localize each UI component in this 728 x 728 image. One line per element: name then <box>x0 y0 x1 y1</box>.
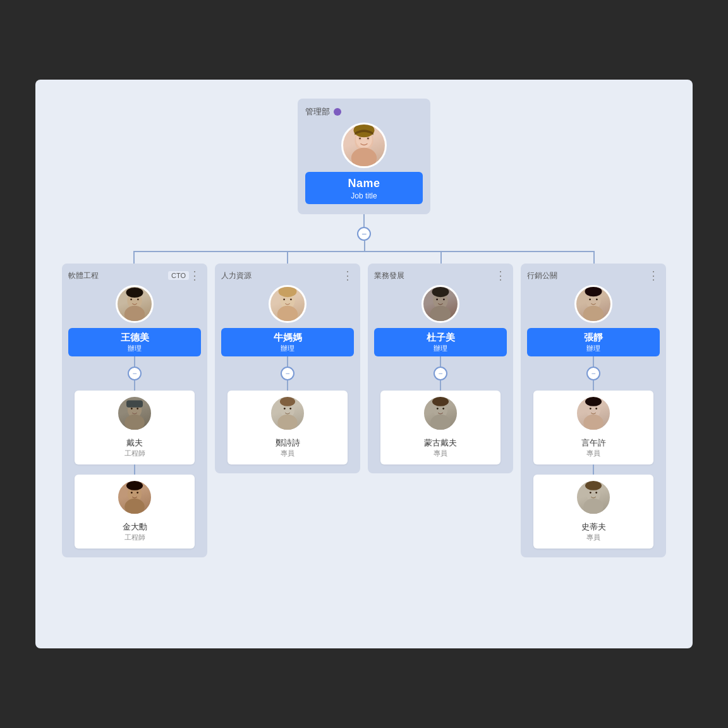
collapse-btn-pr[interactable]: − <box>586 367 600 380</box>
avatar-meng <box>423 396 458 431</box>
svg-point-26 <box>290 298 292 300</box>
drop-line-2 <box>287 251 288 264</box>
svg-point-31 <box>289 408 291 410</box>
avatar-dai <box>117 396 152 431</box>
root-down-vline <box>363 214 365 227</box>
svg-point-9 <box>124 306 145 321</box>
mgr-title-du: 辦理 <box>377 344 504 353</box>
mgr-name-du: 杜子美 <box>377 332 504 344</box>
dept-card-pr: 行銷公關 ⋮ 張靜 辦理 <box>521 264 666 557</box>
dept-header-bizdev: 業務發展 ⋮ <box>374 270 507 281</box>
dept-menu-pr[interactable]: ⋮ <box>648 270 660 281</box>
emp-name-dai: 戴夫 <box>126 437 143 449</box>
svg-point-36 <box>443 298 445 300</box>
svg-point-25 <box>283 298 285 300</box>
dept-header-pr: 行銷公關 ⋮ <box>527 270 660 281</box>
sub-connector-hr: − <box>281 356 294 391</box>
svg-point-10 <box>130 298 132 300</box>
svg-point-46 <box>596 298 598 300</box>
collapse-btn-hr[interactable]: − <box>281 367 294 380</box>
drop-line-3 <box>440 251 442 264</box>
avatar-wang <box>116 285 154 323</box>
svg-point-24 <box>277 306 298 321</box>
dept-column-pr: 行銷公關 ⋮ 張靜 辦理 <box>521 264 666 557</box>
svg-point-47 <box>585 287 602 296</box>
avatar-du <box>422 285 459 323</box>
avatar-niu <box>269 285 306 323</box>
svg-point-54 <box>583 499 604 514</box>
dept-name-bizdev: 業務發展 <box>374 270 495 281</box>
org-chart-canvas: 管理部 Name Job title <box>35 80 693 648</box>
svg-point-19 <box>124 499 145 514</box>
svg-point-35 <box>436 298 438 300</box>
emp-title-shi: 專員 <box>586 533 600 542</box>
sub-connector-pr: − <box>586 356 600 391</box>
dept-header-software: 軟體工程 CTO ⋮ <box>68 270 201 281</box>
emp-title-zheng: 專員 <box>281 449 294 458</box>
dept-menu-bizdev[interactable]: ⋮ <box>495 270 507 281</box>
svg-point-21 <box>136 492 138 494</box>
svg-point-56 <box>595 492 597 494</box>
dept-column-bizdev: 業務發展 ⋮ 杜子美 辦理 <box>368 264 513 473</box>
vline-yan-shi <box>593 464 594 475</box>
emp-title-yan: 專員 <box>586 449 600 458</box>
root-name: Name <box>308 177 420 190</box>
mgr-name-niu: 牛媽媽 <box>224 332 351 344</box>
mgr-name-zhang: 張靜 <box>530 332 657 344</box>
collapse-btn-bizdev[interactable]: − <box>434 367 447 380</box>
employee-card-zheng: 鄭詩詩 專員 <box>228 391 348 464</box>
collapse-btn-software[interactable]: − <box>128 367 142 380</box>
employee-card-dai: 戴夫 工程師 <box>75 391 195 464</box>
svg-point-51 <box>595 408 597 410</box>
root-avatar <box>341 123 387 168</box>
root-section: 管理部 Name Job title <box>48 99 680 264</box>
dept-indicator-dot <box>334 108 341 116</box>
mgr-title-wang: 辦理 <box>71 344 198 353</box>
vline-dai-jin <box>134 464 135 475</box>
sub-vline-hr-2 <box>287 380 288 391</box>
dept-menu-software[interactable]: ⋮ <box>189 270 201 281</box>
svg-point-2 <box>351 148 377 166</box>
dept-card-bizdev: 業務發展 ⋮ 杜子美 辦理 <box>368 264 513 473</box>
svg-point-30 <box>284 408 286 410</box>
svg-point-5 <box>359 138 361 140</box>
svg-point-12 <box>126 288 143 298</box>
dept-menu-hr[interactable]: ⋮ <box>342 270 354 281</box>
svg-point-40 <box>437 408 439 410</box>
svg-point-15 <box>131 408 133 410</box>
dept-header-hr: 人力資源 ⋮ <box>221 270 354 281</box>
employee-card-yan: 言午許 專員 <box>533 391 653 464</box>
sub-connector-bizdev: − <box>434 356 447 391</box>
emp-name-meng: 蒙古戴夫 <box>424 437 457 449</box>
mgr-bar-niu: 牛媽媽 辦理 <box>221 328 354 356</box>
h-connector-area <box>58 241 670 264</box>
drop-line-4 <box>593 251 595 264</box>
emp-title-jin: 工程師 <box>124 533 145 542</box>
mgr-bar-zhang: 張靜 辦理 <box>527 328 660 356</box>
svg-point-52 <box>585 397 602 406</box>
svg-point-45 <box>589 298 591 300</box>
svg-point-6 <box>367 138 369 140</box>
avatar-zheng <box>270 396 305 431</box>
dept-name-software: 軟體工程 <box>68 270 166 281</box>
svg-point-41 <box>442 408 444 410</box>
sub-vline-pr-2 <box>593 380 594 391</box>
emp-name-shi: 史蒂夫 <box>581 521 606 533</box>
avatar-jin <box>117 480 152 515</box>
top-center-vline <box>364 241 365 251</box>
svg-point-57 <box>585 481 602 490</box>
mgr-name-wang: 王德美 <box>71 332 198 344</box>
sub-vline-bizdev <box>440 356 441 367</box>
svg-point-42 <box>432 397 449 406</box>
avatar-zhang <box>574 285 612 323</box>
sub-connector-software: − <box>128 356 142 391</box>
horizontal-line <box>133 251 595 252</box>
dept-card-software: 軟體工程 CTO ⋮ 王德美 辦理 <box>62 264 207 557</box>
root-collapse-button[interactable]: − <box>357 227 371 241</box>
mgr-bar-du: 杜子美 辦理 <box>374 328 507 356</box>
svg-point-39 <box>430 415 451 430</box>
svg-point-44 <box>583 306 604 321</box>
root-dept-label: 管理部 <box>305 106 423 118</box>
dept-name-pr: 行銷公關 <box>527 270 648 281</box>
svg-point-55 <box>590 492 592 494</box>
